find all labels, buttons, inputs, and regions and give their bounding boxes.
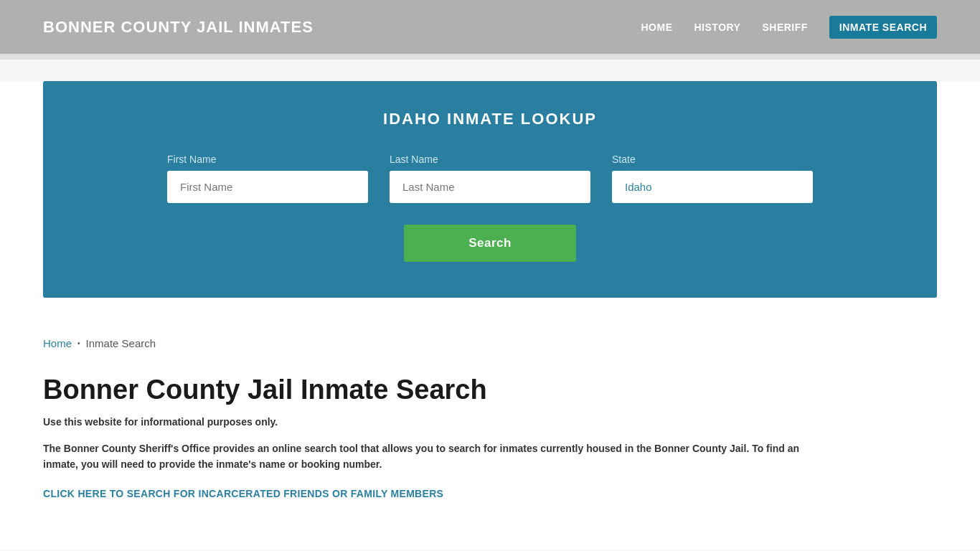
state-input[interactable] <box>612 171 813 203</box>
page-content-area: Bonner County Jail Inmate Search Use thi… <box>0 367 980 522</box>
breadcrumb-home-link[interactable]: Home <box>43 337 72 349</box>
navigation: HOME HISTORY SHERIFF INMATE SEARCH <box>641 16 938 39</box>
nav-history[interactable]: HISTORY <box>694 22 741 33</box>
page-heading: Bonner County Jail Inmate Search <box>43 375 937 405</box>
search-fields-container: First Name Last Name State <box>86 154 894 203</box>
nav-inmate-search[interactable]: INMATE SEARCH <box>829 16 937 39</box>
info-note: Use this website for informational purpo… <box>43 416 937 428</box>
first-name-field-group: First Name <box>167 154 368 203</box>
header-divider <box>0 54 980 60</box>
first-name-input[interactable] <box>167 171 368 203</box>
breadcrumb-separator: • <box>77 339 80 347</box>
search-button-wrapper: Search <box>86 225 894 262</box>
last-name-label: Last Name <box>390 154 590 165</box>
last-name-field-group: Last Name <box>390 154 590 203</box>
site-header: BONNER COUNTY JAIL INMATES HOME HISTORY … <box>0 0 980 54</box>
lookup-title: IDAHO INMATE LOOKUP <box>86 110 894 128</box>
nav-home[interactable]: HOME <box>641 22 673 33</box>
breadcrumb: Home • Inmate Search <box>0 319 980 367</box>
state-label: State <box>612 154 813 165</box>
search-button[interactable]: Search <box>404 225 576 262</box>
nav-sheriff[interactable]: SHERIFF <box>762 22 807 33</box>
site-title: BONNER COUNTY JAIL INMATES <box>43 18 314 37</box>
breadcrumb-current: Inmate Search <box>86 337 156 349</box>
last-name-input[interactable] <box>390 171 590 203</box>
description-text: The Bonner County Sheriff's Office provi… <box>43 441 832 473</box>
search-link[interactable]: CLICK HERE to Search for Incarcerated Fr… <box>43 488 443 499</box>
inmate-lookup-section: IDAHO INMATE LOOKUP First Name Last Name… <box>43 81 937 298</box>
first-name-label: First Name <box>167 154 368 165</box>
main-content: IDAHO INMATE LOOKUP First Name Last Name… <box>0 81 980 550</box>
state-field-group: State <box>612 154 813 203</box>
